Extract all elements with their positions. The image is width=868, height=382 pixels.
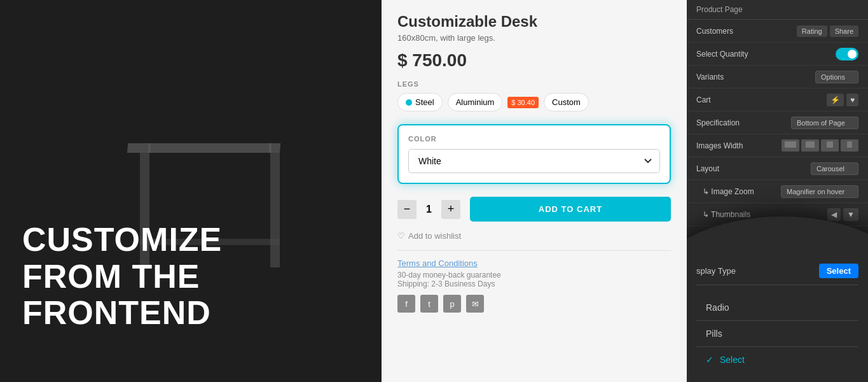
image-zoom-control: Magnifier on hover xyxy=(781,185,858,198)
variants-control: Options xyxy=(815,71,858,83)
hero-line2: FROM THE xyxy=(22,258,222,295)
image-zoom-label: ↳ Image Zoom xyxy=(696,187,781,196)
color-box: COLOR White Black Blue Red xyxy=(397,124,671,184)
wishlist-link[interactable]: ♡ Add to wishlist xyxy=(397,231,671,241)
layout-label: Layout xyxy=(696,164,811,173)
display-type-label: splay Type xyxy=(696,266,819,276)
product-detail: Customizable Desk 160x80cm, with large l… xyxy=(382,0,687,382)
quantity-value: 1 xyxy=(426,204,432,215)
specification-select[interactable]: Bottom of Page xyxy=(791,117,858,129)
specification-label: Specification xyxy=(696,118,791,127)
custom-label: Custom xyxy=(552,97,581,107)
check-icon: ✓ xyxy=(706,355,713,365)
legs-options: Steel Aluminium $ 30.40 Custom xyxy=(397,93,671,111)
customers-control: Rating Share xyxy=(797,25,858,37)
width-btn-1[interactable] xyxy=(782,139,799,152)
thumb-left-icon[interactable]: ◀ xyxy=(827,208,841,221)
add-to-cart-button[interactable]: ADD TO CART xyxy=(470,197,671,222)
facebook-icon[interactable]: f xyxy=(397,295,415,313)
hero-line3: FRONTEND xyxy=(22,295,222,331)
product-price: $ 750.00 xyxy=(397,50,671,71)
display-type-selected: Select xyxy=(819,264,858,278)
thumb-down-icon[interactable]: ▼ xyxy=(843,208,858,221)
settings-row-image-zoom: ↳ Image Zoom Magnifier on hover xyxy=(687,180,868,203)
aluminium-label: Aluminium xyxy=(456,97,495,107)
variants-select[interactable]: Options xyxy=(815,71,858,83)
svg-rect-7 xyxy=(806,141,815,148)
custom-option[interactable]: Custom xyxy=(544,93,589,111)
settings-row-cart: Cart ⚡ ♥ xyxy=(687,88,868,111)
pills-label: Pills xyxy=(706,329,722,339)
wishlist-label: Add to wishlist xyxy=(408,231,461,241)
select-label: Select xyxy=(720,355,745,365)
product-title: Customizable Desk xyxy=(397,13,671,31)
price-badge: $ 30.40 xyxy=(507,97,539,108)
settings-panel: Product Page Customers Rating Share Sele… xyxy=(687,0,868,382)
aluminium-option[interactable]: Aluminium xyxy=(448,93,503,111)
terms-section: Terms and Conditions 30-day money-back g… xyxy=(397,250,671,313)
settings-header: Product Page xyxy=(687,0,868,20)
display-type-header: splay Type Select xyxy=(696,264,858,285)
layout-control: Carousel xyxy=(811,162,858,175)
hero-line1: CUSTOMIZE xyxy=(22,222,222,258)
settings-row-images-width: Images Width xyxy=(687,134,868,157)
rating-button[interactable]: Rating xyxy=(797,25,827,37)
cart-control: ⚡ ♥ xyxy=(827,94,858,106)
twitter-icon[interactable]: t xyxy=(420,295,438,313)
cart-heart-icon[interactable]: ♥ xyxy=(846,94,858,106)
images-width-label: Images Width xyxy=(696,141,782,150)
images-width-control xyxy=(782,139,858,152)
terms-text2: Shipping: 2-3 Business Days xyxy=(397,279,671,288)
terms-text1: 30-day money-back guarantee xyxy=(397,271,671,279)
settings-row-specification: Specification Bottom of Page xyxy=(687,111,868,134)
settings-row-quantity: Select Quantity xyxy=(687,43,868,66)
image-zoom-select[interactable]: Magnifier on hover xyxy=(781,185,858,198)
quantity-increase-button[interactable]: + xyxy=(441,200,460,219)
width-btn-3[interactable] xyxy=(821,139,839,152)
variants-label: Variants xyxy=(696,73,815,81)
option-radio[interactable]: Radio xyxy=(696,295,858,320)
width-btn-2[interactable] xyxy=(801,139,819,152)
cart-label: Cart xyxy=(696,96,827,104)
settings-row-layout: Layout Carousel xyxy=(687,157,868,180)
steel-label: Steel xyxy=(415,97,434,107)
color-label: COLOR xyxy=(408,135,660,143)
quantity-row: − 1 + ADD TO CART xyxy=(397,197,671,222)
specification-control: Bottom of Page xyxy=(791,117,858,129)
width-btn-4[interactable] xyxy=(841,139,858,152)
color-select[interactable]: White Black Blue Red xyxy=(408,149,660,173)
quantity-label: Select Quantity xyxy=(696,50,836,59)
svg-rect-2 xyxy=(270,153,280,267)
quantity-decrease-button[interactable]: − xyxy=(397,200,417,219)
hero-text: CUSTOMIZE FROM THE FRONTEND xyxy=(22,222,222,331)
email-icon[interactable]: ✉ xyxy=(466,295,484,313)
product-subtitle: 160x80cm, with large legs. xyxy=(397,33,671,43)
pinterest-icon[interactable]: p xyxy=(443,295,461,313)
terms-link[interactable]: Terms and Conditions xyxy=(397,258,671,268)
settings-row-variants: Variants Options xyxy=(687,66,868,88)
product-preview: CUSTOMIZE FROM THE FRONTEND xyxy=(0,0,382,382)
share-button[interactable]: Share xyxy=(830,25,858,37)
settings-row-customers: Customers Rating Share xyxy=(687,20,868,43)
thumbnails-control: ◀ ▼ xyxy=(827,208,858,221)
option-pills[interactable]: Pills xyxy=(696,321,858,346)
svg-rect-6 xyxy=(785,141,796,148)
cart-bolt-icon[interactable]: ⚡ xyxy=(827,94,844,106)
steel-dot xyxy=(406,99,412,106)
legs-label: LEGS xyxy=(397,80,671,88)
social-icons: f t p ✉ xyxy=(397,295,671,313)
heart-icon: ♡ xyxy=(397,231,405,241)
quantity-toggle[interactable] xyxy=(836,48,858,60)
svg-rect-9 xyxy=(847,141,852,148)
steel-option[interactable]: Steel xyxy=(397,93,443,111)
svg-rect-8 xyxy=(827,141,833,148)
option-select[interactable]: ✓ Select xyxy=(696,347,858,372)
layout-select[interactable]: Carousel xyxy=(811,162,858,175)
customers-label: Customers xyxy=(696,27,797,36)
radio-label: Radio xyxy=(706,302,729,313)
